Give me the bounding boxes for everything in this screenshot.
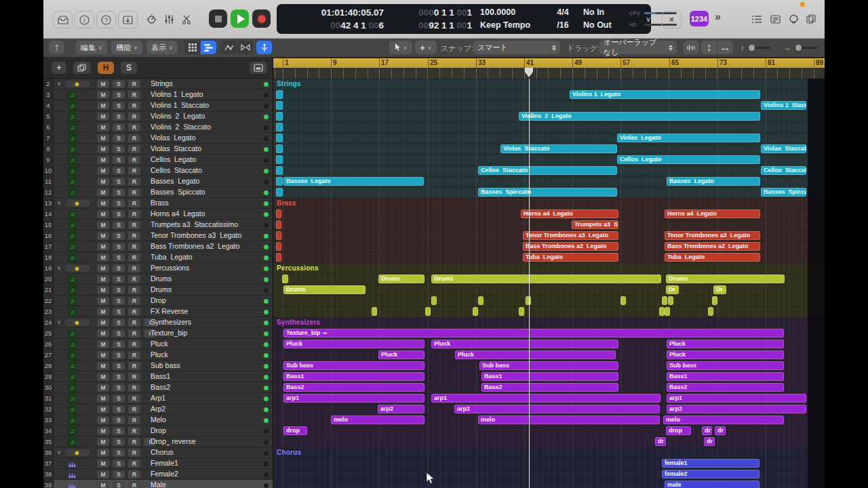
menu-view[interactable]: 表示∨ bbox=[146, 41, 178, 54]
track-row[interactable]: 16♫MSRTenor Trombones a3 Legato bbox=[43, 230, 273, 241]
track-solo-button[interactable]: S bbox=[113, 438, 125, 446]
menu-edit[interactable]: 編集∨ bbox=[76, 41, 107, 54]
track-record-enable-button[interactable]: R bbox=[128, 351, 140, 359]
bar-ruler[interactable]: 1917253341495765738189 bbox=[273, 57, 825, 79]
track-mute-button[interactable]: M bbox=[97, 384, 109, 392]
region[interactable]: Basses Spiccato bbox=[478, 188, 617, 197]
disclosure-chevron-icon[interactable]: ∨ bbox=[57, 448, 61, 458]
track-solo-button[interactable]: S bbox=[113, 449, 125, 457]
track-record-enable-button[interactable]: R bbox=[128, 405, 140, 413]
track-solo-button[interactable]: S bbox=[113, 384, 125, 392]
track-record-enable-button[interactable]: R bbox=[128, 394, 140, 403]
track-record-enable-button[interactable]: R bbox=[128, 470, 140, 479]
track-solo-button[interactable]: S bbox=[113, 319, 125, 327]
track-mute-button[interactable]: M bbox=[97, 221, 109, 229]
cycle-skip-icon[interactable] bbox=[237, 41, 253, 54]
track-row[interactable]: 8♫MSRViolas Staccato bbox=[43, 144, 273, 155]
track-record-enable-button[interactable]: R bbox=[128, 167, 140, 175]
region[interactable]: Tuba Legato bbox=[665, 253, 760, 262]
region[interactable]: Basses Spicca bbox=[761, 188, 806, 197]
region-stub[interactable] bbox=[276, 134, 283, 142]
vertical-zoom-slider[interactable]: ↕ bbox=[741, 43, 770, 52]
region[interactable]: Pluck bbox=[283, 340, 425, 348]
track-header-config-button[interactable] bbox=[250, 62, 267, 74]
track-solo-button[interactable]: S bbox=[113, 91, 125, 99]
track-solo-button[interactable]: S bbox=[113, 178, 125, 186]
region-stub[interactable] bbox=[431, 296, 437, 305]
track-on-indicator[interactable] bbox=[264, 353, 269, 358]
track-mute-button[interactable]: M bbox=[97, 470, 109, 479]
drag-select[interactable]: オーバーラップなし bbox=[599, 41, 677, 54]
help-icon[interactable]: ? bbox=[96, 11, 116, 28]
track-solo-button[interactable]: S bbox=[113, 145, 125, 153]
add-track-button[interactable]: + bbox=[52, 62, 66, 74]
track-row[interactable]: 20♫MSRDrums bbox=[43, 274, 273, 285]
region-stub[interactable] bbox=[519, 307, 524, 316]
track-record-enable-button[interactable]: R bbox=[128, 449, 140, 457]
region[interactable]: arp1 bbox=[283, 394, 425, 403]
track-record-enable-button[interactable]: R bbox=[128, 481, 140, 488]
region[interactable]: dr bbox=[702, 426, 712, 435]
track-record-enable-button[interactable]: R bbox=[128, 297, 140, 305]
tuner-button[interactable]: × bbox=[662, 11, 682, 28]
track-record-enable-button[interactable]: R bbox=[128, 178, 140, 186]
track-record-enable-button[interactable]: R bbox=[128, 373, 140, 381]
region[interactable]: arp2 bbox=[454, 405, 660, 413]
track-on-indicator[interactable] bbox=[264, 342, 269, 347]
track-solo-button[interactable]: S bbox=[113, 199, 125, 207]
track-solo-button[interactable]: S bbox=[113, 460, 125, 468]
track-on-indicator[interactable] bbox=[264, 158, 269, 163]
track-mute-button[interactable]: M bbox=[97, 319, 109, 327]
region[interactable]: dr bbox=[715, 426, 726, 435]
track-record-enable-button[interactable]: R bbox=[128, 308, 140, 316]
track-record-enable-button[interactable]: R bbox=[128, 210, 140, 218]
region-stub[interactable] bbox=[620, 296, 626, 305]
track-mute-button[interactable]: M bbox=[97, 91, 109, 99]
track-mute-button[interactable]: M bbox=[97, 123, 109, 131]
stop-button[interactable] bbox=[209, 9, 227, 28]
region[interactable]: female2 bbox=[662, 470, 760, 479]
track-solo-button[interactable]: S bbox=[113, 481, 125, 488]
track-on-indicator[interactable] bbox=[264, 321, 269, 325]
track-row[interactable]: 26♫MSRPluck bbox=[43, 339, 273, 350]
split-marquee-icon[interactable] bbox=[256, 41, 272, 54]
track-row[interactable]: 22♫MSRDrop bbox=[43, 296, 273, 306]
region[interactable]: Sub bass bbox=[479, 361, 618, 370]
region-stub[interactable] bbox=[276, 253, 281, 262]
region[interactable]: Dr bbox=[666, 285, 679, 294]
disclosure-chevron-icon[interactable]: ∨ bbox=[57, 318, 61, 327]
track-solo-button[interactable]: S bbox=[113, 340, 125, 348]
track-record-enable-button[interactable]: R bbox=[128, 123, 140, 131]
region[interactable]: melo bbox=[331, 415, 425, 424]
info-icon[interactable]: i bbox=[75, 11, 94, 28]
track-on-indicator[interactable] bbox=[264, 223, 269, 228]
track-mute-button[interactable]: M bbox=[97, 145, 109, 153]
track-on-indicator[interactable] bbox=[264, 212, 269, 217]
track-mute-button[interactable]: M bbox=[97, 405, 109, 413]
track-on-indicator[interactable] bbox=[264, 180, 269, 184]
track-on-indicator[interactable] bbox=[264, 429, 269, 434]
track-solo-button[interactable]: S bbox=[113, 134, 125, 142]
track-on-indicator[interactable] bbox=[264, 277, 269, 282]
region[interactable]: male bbox=[665, 481, 760, 488]
track-row[interactable]: 3♫MSRViolins 1 Legato bbox=[43, 89, 273, 100]
region[interactable]: Trumpets a3 S bbox=[572, 220, 618, 229]
track-on-indicator[interactable] bbox=[264, 418, 269, 423]
track-solo-button[interactable]: S bbox=[113, 156, 125, 164]
track-mute-button[interactable]: M bbox=[97, 373, 109, 381]
menu-functions[interactable]: 機能∨ bbox=[111, 41, 142, 54]
region[interactable]: Drums bbox=[378, 274, 425, 283]
track-on-indicator[interactable] bbox=[264, 331, 269, 336]
track-mute-button[interactable]: M bbox=[97, 199, 109, 207]
track-mute-button[interactable]: M bbox=[97, 113, 109, 121]
track-solo-button[interactable]: S bbox=[113, 253, 125, 262]
solo-tracks-button[interactable]: S bbox=[121, 62, 137, 74]
region-stub[interactable] bbox=[712, 296, 717, 305]
region-stub[interactable] bbox=[276, 144, 283, 153]
region[interactable]: Basses Legato bbox=[667, 177, 760, 186]
track-record-enable-button[interactable]: R bbox=[128, 80, 140, 88]
region[interactable]: Bass1 bbox=[667, 372, 784, 381]
record-button[interactable] bbox=[252, 9, 271, 28]
track-record-enable-button[interactable]: R bbox=[128, 286, 140, 294]
track-solo-button[interactable]: S bbox=[113, 232, 125, 240]
